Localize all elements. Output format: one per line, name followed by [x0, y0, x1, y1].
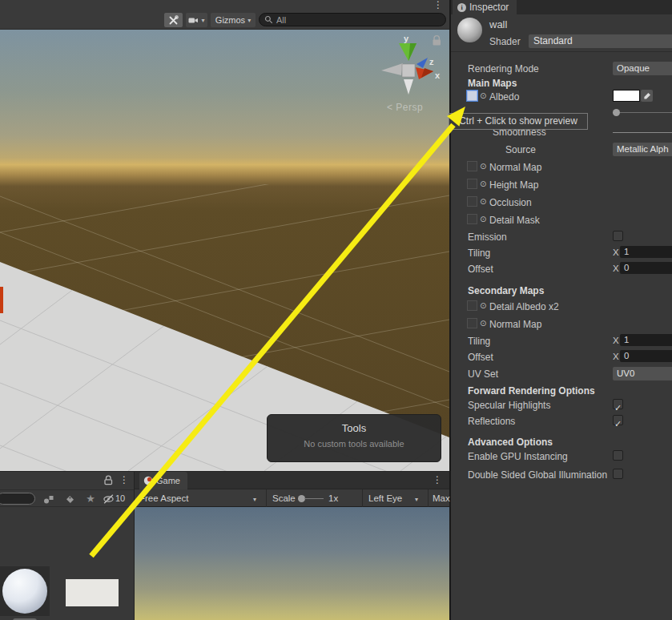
- offset-x-label: X: [613, 264, 619, 273]
- tag-icon: [65, 494, 75, 505]
- toolbar-divider: [266, 489, 267, 507]
- project-menu-kebab-icon[interactable]: ⋮: [119, 475, 129, 485]
- target-picker-icon[interactable]: ⊙: [480, 214, 486, 224]
- scene-view[interactable]: y z x < Persp ⋮: [0, 0, 449, 471]
- tab-inspector[interactable]: i Inspector: [453, 0, 517, 14]
- normal-map-slot[interactable]: [467, 161, 477, 171]
- gizmo-x-label: x: [435, 70, 441, 80]
- normal-map-label: Normal Map: [489, 162, 541, 173]
- game-panel: Game ⋮ Free Aspect ▾ Scale 1x Left Eye ▾…: [135, 471, 449, 620]
- gizmo-z-cone[interactable]: [416, 58, 428, 68]
- secondary-offset-x-field[interactable]: 0: [620, 350, 672, 362]
- offset-label: Offset: [468, 264, 493, 275]
- project-top-bar: ⋮: [0, 472, 134, 489]
- material-sphere-thumbnail: [2, 569, 47, 614]
- metallic-slider-track[interactable]: [613, 112, 672, 113]
- specular-highlights-checkbox[interactable]: ✓: [613, 399, 623, 409]
- maximize-on-play-button[interactable]: Max: [433, 493, 450, 503]
- scene-search-field[interactable]: All: [259, 13, 446, 26]
- toolbar-divider: [362, 489, 363, 507]
- scale-value: 1x: [328, 493, 338, 503]
- gizmo-negx-cone[interactable]: [381, 63, 403, 75]
- gpu-instancing-label: Enable GPU Instancing: [468, 451, 568, 462]
- display-dropdown[interactable]: Left Eye: [368, 493, 402, 503]
- reflections-checkbox[interactable]: ✓: [613, 415, 623, 425]
- target-picker-icon[interactable]: ⊙: [480, 161, 486, 171]
- eyedropper-button[interactable]: [641, 90, 653, 102]
- gpu-instancing-checkbox[interactable]: [613, 450, 623, 461]
- reflections-label: Reflections: [468, 416, 515, 427]
- eyedropper-icon: [643, 92, 651, 100]
- gizmos-dropdown[interactable]: Gizmos ▾: [211, 13, 256, 27]
- type-filter-button[interactable]: [42, 493, 56, 505]
- chevron-down-icon[interactable]: ▾: [415, 496, 418, 503]
- source-dropdown[interactable]: Metallic Alph: [613, 143, 672, 156]
- albedo-texture-slot[interactable]: [467, 91, 477, 101]
- scale-slider-track[interactable]: [304, 498, 324, 499]
- scene-camera-button[interactable]: ▾: [186, 13, 207, 27]
- material-preview-sphere[interactable]: [457, 18, 482, 42]
- target-picker-icon[interactable]: ⊙: [480, 300, 486, 311]
- persp-label: Persp: [396, 102, 423, 113]
- scene-menu-kebab-icon[interactable]: ⋮: [433, 0, 443, 10]
- target-picker-icon[interactable]: ⊙: [480, 179, 486, 189]
- secondary-tiling-x-label: X: [613, 336, 619, 345]
- favorites-button[interactable]: ★: [83, 493, 98, 505]
- secondary-tiling-x-field[interactable]: 1: [620, 334, 672, 346]
- gizmos-label: Gizmos: [215, 15, 245, 25]
- source-label: Source: [505, 144, 536, 155]
- tools-overlay: Tools No custom tools available: [267, 414, 441, 462]
- secondary-maps-header: Secondary Maps: [468, 285, 544, 296]
- tab-game[interactable]: Game: [139, 472, 187, 489]
- project-search-input[interactable]: [0, 493, 35, 505]
- shader-dropdown[interactable]: Standard: [529, 34, 672, 48]
- checkmark-icon: ✓: [614, 403, 622, 413]
- secondary-normal-map-slot[interactable]: [467, 318, 477, 328]
- metallic-slider-knob[interactable]: [613, 109, 620, 116]
- label-filter-button[interactable]: [62, 493, 77, 505]
- detail-mask-slot[interactable]: [467, 214, 477, 224]
- scene-lock-icon[interactable]: [433, 36, 441, 46]
- wrench-screwdriver-icon: [168, 15, 179, 26]
- emission-checkbox[interactable]: [613, 231, 623, 241]
- chevron-down-icon[interactable]: ▾: [253, 496, 256, 503]
- persp-indicator[interactable]: < Persp: [387, 102, 423, 113]
- preview-tooltip: Ctrl + Click to show preview: [449, 113, 588, 130]
- target-picker-icon[interactable]: ⊙: [480, 91, 486, 101]
- game-menu-kebab-icon[interactable]: ⋮: [433, 475, 442, 485]
- gizmo-y-label: y: [404, 34, 409, 43]
- height-map-slot[interactable]: [467, 179, 477, 189]
- tiling-x-label: X: [613, 248, 619, 257]
- toolbar-divider: [428, 489, 429, 507]
- eye-slash-icon: [103, 493, 115, 505]
- gizmo-negy-cone[interactable]: [404, 79, 413, 95]
- unity-editor-window: y z x < Persp ⋮: [0, 0, 672, 620]
- occlusion-label: Occlusion: [489, 197, 532, 208]
- scene-tools-button[interactable]: [164, 13, 183, 27]
- gizmo-center-cube[interactable]: [402, 64, 415, 77]
- albedo-color-swatch[interactable]: [613, 90, 640, 102]
- asset-wall-material[interactable]: [0, 566, 50, 616]
- hidden-items-count: 10: [115, 493, 125, 503]
- rendering-mode-dropdown[interactable]: Opaque: [613, 62, 672, 75]
- detail-albedo-slot[interactable]: [467, 300, 477, 311]
- hidden-items-button[interactable]: [101, 493, 115, 505]
- uv-set-dropdown[interactable]: UV0: [613, 367, 672, 380]
- occlusion-slot[interactable]: [467, 196, 477, 207]
- dsgi-checkbox[interactable]: [613, 469, 623, 479]
- tiling-x-field[interactable]: 1: [620, 246, 672, 258]
- game-view-content[interactable]: [135, 507, 449, 620]
- aspect-ratio-dropdown[interactable]: Free Aspect: [139, 493, 188, 503]
- offset-x-field[interactable]: 0: [620, 262, 672, 274]
- target-picker-icon[interactable]: ⊙: [480, 196, 486, 207]
- game-tab-bar: Game ⋮: [135, 472, 449, 489]
- asset-wallother-texture[interactable]: [66, 579, 119, 606]
- target-picker-icon[interactable]: ⊙: [480, 318, 486, 328]
- main-maps-header: Main Maps: [468, 78, 517, 89]
- advanced-options-header: Advanced Options: [468, 437, 553, 448]
- smoothness-slider-track[interactable]: [613, 132, 672, 133]
- game-tab-label: Game: [156, 476, 180, 485]
- lock-open-icon[interactable]: [103, 475, 114, 485]
- rendering-mode-label: Rendering Mode: [468, 63, 539, 74]
- scene-orientation-gizmo[interactable]: y z x: [381, 34, 441, 95]
